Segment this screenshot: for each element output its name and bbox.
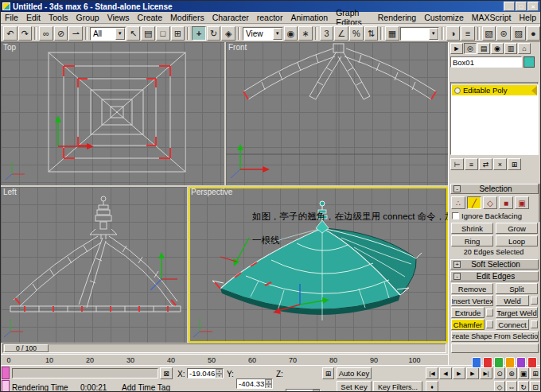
viewport-top[interactable]: Top [1,42,224,185]
weld-settings-button[interactable] [531,297,538,305]
snap-toggle-3d-icon[interactable]: 3 [320,26,334,41]
menu-customize[interactable]: Customize [420,12,468,23]
x-coord-field[interactable]: -19.046 ▴▾ [187,368,224,378]
rollout-edit-edges[interactable]: - Edit Edges [450,271,539,281]
field-of-view-icon[interactable]: ◇ [494,381,505,392]
viewport-top-label[interactable]: Top [3,43,16,52]
make-unique-icon[interactable]: ⇄ [479,158,492,170]
percent-snap-icon[interactable]: % [349,26,364,41]
stack-item-editable-poly[interactable]: Editable Poly [452,85,537,95]
insert-vertex-button[interactable]: Insert Vertex [451,295,493,306]
previous-frame-icon[interactable]: ◀ [439,367,452,379]
reference-coordinate-dropdown[interactable]: View ▼ [243,27,283,41]
render-scene-icon[interactable]: ▨ [512,26,526,41]
time-slider-track[interactable] [2,343,446,353]
min-max-toggle-icon[interactable]: ⊡ [530,381,541,392]
menu-tools[interactable]: Tools [45,12,72,23]
menu-help[interactable]: Help [515,12,540,23]
menu-modifiers[interactable]: Modifiers [166,12,208,23]
named-selection-sets-icon[interactable]: ▦ [385,26,399,41]
tab-modify-icon[interactable]: ◎ [464,43,477,54]
pan-icon[interactable]: ⇔ [506,381,517,392]
title-bar[interactable]: Untitled - 3ds max 6 - Stand-alone Licen… [1,1,540,12]
align-icon[interactable]: ≡ [461,26,475,41]
unlink-icon[interactable]: ⊘ [54,26,68,41]
viewport-front-label[interactable]: Front [228,43,247,52]
rollout-collapse-icon[interactable]: - [453,273,461,280]
link-icon[interactable]: ∞ [39,26,53,41]
play-animation-icon[interactable]: ▶ [453,367,465,379]
z-coord-field[interactable]: 0.0 ▴▾ [286,389,321,392]
viewport-perspective[interactable]: Perspective 如图，亭子的翘角，在边级里用 connect 命令，加 … [189,187,448,343]
select-object-icon[interactable]: ↖ [126,26,141,41]
modifier-stack[interactable]: Editable Poly [450,83,539,155]
menu-file[interactable]: File [1,12,22,23]
remove-modifier-icon[interactable]: × [493,158,507,170]
menu-character[interactable]: Character [208,12,253,23]
viewport-perspective-label[interactable]: Perspective [191,188,232,196]
menu-animation[interactable]: Animation [286,12,332,23]
grow-button[interactable]: Grow [496,223,538,234]
chamfer-settings-button[interactable] [486,320,493,328]
tab-display-icon[interactable]: ▥ [504,43,517,54]
material-editor-icon[interactable]: ⊚ [496,26,511,41]
set-key-button[interactable]: Set Key [337,381,372,392]
tab-motion-icon[interactable]: ◉ [491,43,504,54]
key-filters-button[interactable]: Key Filters... [373,381,422,392]
element-subobject-icon[interactable]: ▣ [515,196,529,209]
object-name-field[interactable]: Box01 [450,56,522,68]
show-end-result-icon[interactable]: ≡ [465,158,478,170]
split-button[interactable]: Split [496,283,538,294]
schematic-view-icon[interactable]: ▧ [482,26,496,41]
configure-stack-icon[interactable]: ⊞ [508,158,521,170]
named-selection-dropdown[interactable]: ▼ [400,27,439,41]
spinner[interactable]: ▴▾ [265,379,272,388]
object-color-swatch[interactable] [523,56,535,68]
ring-button[interactable]: Ring [451,235,493,246]
extrude-settings-button[interactable] [486,309,493,316]
menu-reactor[interactable]: reactor [253,12,287,23]
close-button[interactable]: × [527,2,539,11]
auto-key-button[interactable]: Auto Key [337,367,372,379]
pin-stack-icon[interactable]: ⊢ [450,158,464,170]
menu-maxscript[interactable]: MAXScript [468,12,516,23]
maxscript-listener[interactable] [2,380,10,392]
extrude-button[interactable]: Extrude [451,307,485,318]
shrink-button[interactable]: Shrink [451,223,493,234]
border-subobject-icon[interactable]: ◇ [483,196,497,209]
offset-mode-icon[interactable]: ⊞ [322,367,334,379]
angle-snap-icon[interactable]: ∠ [334,26,348,41]
viewport-left-label[interactable]: Left [3,188,17,196]
vertex-subobject-icon[interactable]: ∴ [451,196,465,209]
go-to-start-icon[interactable]: |◀ [426,367,438,379]
chamfer-button[interactable]: Chamfer [451,319,485,330]
select-rotate-icon[interactable]: ↻ [207,26,221,41]
connect-button[interactable]: Connect [496,319,529,330]
rollout-selection[interactable]: - Selection [450,184,539,194]
select-by-name-icon[interactable]: ▤ [141,26,155,41]
select-scale-icon[interactable]: ◈ [221,26,235,41]
track-bar[interactable]: 0 10 20 30 40 50 60 70 80 90 100 [1,354,448,365]
minimize-button[interactable]: _ [504,2,515,11]
select-move-icon[interactable]: + [192,26,206,41]
loop-button[interactable]: Loop [496,235,538,246]
menu-edit[interactable]: Edit [22,12,45,23]
tab-utilities-icon[interactable]: ⌂ [518,43,531,54]
menu-create[interactable]: Create [134,12,167,23]
ignore-backfacing-checkbox[interactable] [452,212,459,219]
selection-region-icon[interactable]: □ [156,26,170,41]
undo-icon[interactable]: ↶ [3,26,18,41]
time-slider-thumb[interactable]: 0 / 100 [4,344,49,352]
tab-create-icon[interactable]: ► [450,43,463,54]
rollout-collapse-icon[interactable]: - [453,185,461,192]
target-weld-button[interactable]: Target Weld [496,307,538,318]
spinner-snap-icon[interactable]: ⇅ [364,26,379,41]
select-manipulate-icon[interactable]: ∗ [298,26,313,41]
use-center-icon[interactable]: ◉ [284,26,298,41]
maxscript-macro-recorder[interactable] [2,367,10,379]
redo-icon[interactable]: ↷ [18,26,33,41]
edge-subobject-icon[interactable]: ╱ [467,196,481,209]
viewport-left[interactable]: Left [1,187,187,343]
menu-group[interactable]: Group [72,12,103,23]
bind-spacewarp-icon[interactable]: ⇀ [68,26,83,41]
